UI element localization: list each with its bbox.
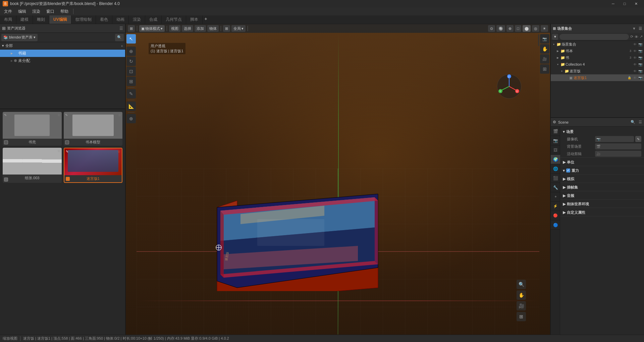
close-button[interactable]: ✕ <box>631 0 641 7</box>
tree-row-shu[interactable]: ▶ 📁 书 3 👁 📷 <box>551 54 644 61</box>
select-menu-btn[interactable]: 选择 <box>182 25 193 32</box>
search-filter-btn[interactable]: 🔍 <box>115 34 124 41</box>
library-item-unassigned[interactable]: ▶ 未分配 <box>0 57 125 64</box>
section-sim-header[interactable]: ▶ 模拟 <box>560 175 644 183</box>
snap-menu[interactable]: ⊞ <box>223 25 230 32</box>
menu-item-render[interactable]: 渲染 <box>30 8 43 15</box>
asset-checkbox-3[interactable] <box>4 178 8 182</box>
tab-modifier[interactable]: 🔧 <box>551 183 560 192</box>
section-units-header[interactable]: ▶ 单位 <box>560 158 644 166</box>
asset-item-shuben[interactable]: ☆ ✎ 书本模型 <box>64 112 123 146</box>
gravity-checkbox[interactable] <box>566 168 570 173</box>
asset-item-mgf[interactable]: ☆ ✎ 迷宫饭1 <box>64 148 123 183</box>
value-camera[interactable]: 📷 <box>595 136 634 142</box>
grid-view-btn[interactable]: ⊞ <box>540 64 549 74</box>
edit-camera-btn[interactable]: ✎ <box>635 136 641 142</box>
section-scene-header[interactable]: ▾ 场景 <box>560 128 644 135</box>
ws-tab-render[interactable]: 渲染 <box>129 15 145 24</box>
shading-render[interactable]: ☀ <box>541 25 548 32</box>
ws-tab-shading[interactable]: 着色 <box>96 15 112 24</box>
tab-particles[interactable]: ✦ <box>551 192 560 202</box>
tab-world[interactable]: 🌐 <box>551 164 560 174</box>
section-gravity-header[interactable]: ▾ 重力 <box>560 167 644 174</box>
ws-tab-modeling[interactable]: 建模 <box>16 15 33 24</box>
section-audio-header[interactable]: ▶ 音频 <box>560 192 644 199</box>
add-catalog-btn[interactable]: + <box>121 44 123 48</box>
tree-row-col4[interactable]: ▾ 📁 Collection 4 👁 📷 <box>551 61 644 68</box>
fly-nav-btn[interactable]: ✋ <box>517 290 526 300</box>
ws-tab-scripting[interactable]: 脚本 <box>186 15 203 24</box>
tab-constraints[interactable]: 🔴 <box>551 211 560 220</box>
tree-row-mgf[interactable]: ▾ 📁 迷宫饭 👁 📷 <box>551 68 644 74</box>
menu-item-help[interactable]: 帮助 <box>58 8 71 15</box>
transform-tool[interactable]: ⊞ <box>126 77 136 86</box>
vis-mgf[interactable]: 👁 <box>633 69 637 73</box>
view-menu-btn[interactable]: 视图 <box>169 25 180 32</box>
edit-icon-2[interactable]: ✎ <box>65 113 68 117</box>
all-libraries-btn[interactable]: 📚 blender资产库 ▾ <box>1 34 38 41</box>
render-shu[interactable]: 📷 <box>638 55 643 60</box>
shading-wire[interactable]: □ <box>515 25 521 32</box>
section-keying-header[interactable]: ▶ 插帧集 <box>560 184 644 191</box>
render-shuben[interactable]: 📷 <box>638 49 643 53</box>
outliner-filter-btn[interactable]: ▼ <box>552 34 558 40</box>
shading-solid[interactable]: ⬤ <box>523 25 531 32</box>
select-icon[interactable]: ↗ <box>640 35 643 39</box>
edit-icon-4[interactable]: ✎ <box>66 150 68 153</box>
tree-row-scene-collection[interactable]: ▾ 📁 场景集合 👁 📷 <box>551 41 644 48</box>
library-item-shujian[interactable]: ▶ 书籍 <box>0 50 125 57</box>
tree-row-mgf1[interactable]: ▶ ▣ 迷宫饭1 🔒 👁 📷 <box>551 74 644 81</box>
asset-item-paper[interactable]: ☆ 纸张.003 <box>3 148 62 183</box>
value-clip[interactable]: 🎥 <box>595 151 641 157</box>
outliner-search-input[interactable] <box>559 34 629 40</box>
annotate-tool[interactable]: ✎ <box>126 89 136 98</box>
tab-physics[interactable]: ⚡ <box>551 202 560 211</box>
minimize-button[interactable]: ─ <box>608 0 619 7</box>
vis-toggle[interactable]: 👁 <box>633 42 637 47</box>
render-mgf1[interactable]: 📷 <box>638 75 643 80</box>
editor-type-btn[interactable]: ⊞ <box>128 25 135 32</box>
value-bgscene[interactable]: 🎬 <box>595 143 641 149</box>
properties-search-icon[interactable]: 🔍 <box>631 120 635 124</box>
render-col4[interactable]: 📷 <box>638 62 643 67</box>
ws-tab-sculpt[interactable]: 雕刻 <box>33 15 49 24</box>
tree-row-shuben[interactable]: ▶ 📁 书本 3 👁 📷 <box>551 48 644 54</box>
vis-shuben[interactable]: 👁 <box>633 49 637 53</box>
add-cube-tool[interactable]: ⊕ <box>126 114 136 123</box>
ws-tab-layout[interactable]: 布局 <box>0 15 16 24</box>
render-toggle[interactable]: 📷 <box>638 42 643 47</box>
camera-nav-btn[interactable]: 📷 <box>540 34 549 44</box>
axis-orb[interactable]: Z X Y <box>496 73 523 100</box>
cursor-tool[interactable]: ↖ <box>126 34 136 44</box>
ws-tab-animation[interactable]: 动画 <box>112 15 129 24</box>
global-selector[interactable]: 全局▾ <box>231 25 246 32</box>
add-workspace-button[interactable]: + <box>203 15 209 22</box>
vis-shu[interactable]: 👁 <box>633 55 637 60</box>
proportional-edit-btn[interactable]: ⊙ <box>488 25 495 32</box>
ws-tab-geometry-nodes[interactable]: 几何节点 <box>162 15 186 24</box>
shading-mat[interactable]: ◎ <box>532 25 539 32</box>
menu-item-window[interactable]: 窗口 <box>44 8 57 15</box>
asset-checkbox[interactable] <box>4 140 8 144</box>
ws-tab-compositing[interactable]: 合成 <box>145 15 162 24</box>
measure-tool[interactable]: 📐 <box>126 101 136 111</box>
panel-menu-icon[interactable]: ☰ <box>119 26 123 31</box>
sync-icon[interactable]: ⟳ <box>630 35 633 39</box>
tab-viewlayer[interactable]: 🖼 <box>551 145 560 155</box>
overlay-btn[interactable]: ⊛ <box>506 25 514 32</box>
ws-tab-texture-paint[interactable]: 纹理绘制 <box>71 15 96 24</box>
maximize-button[interactable]: □ <box>619 0 630 7</box>
vis-col4[interactable]: 👁 <box>633 62 637 67</box>
edit-icon[interactable]: ✎ <box>4 113 7 117</box>
zoom-in-btn[interactable]: 🔍 <box>517 280 526 289</box>
tab-object[interactable]: ⬛ <box>551 174 560 183</box>
section-custom-header[interactable]: ▶ 自定义属性 <box>560 209 644 216</box>
asset-checkbox-4[interactable] <box>66 177 70 181</box>
rotate-tool[interactable]: ↻ <box>126 57 136 66</box>
hide-icon[interactable]: 👁 <box>635 35 638 39</box>
menu-item-file[interactable]: 文件 <box>1 8 15 15</box>
mode-selector[interactable]: ▣ 物体模式 ▾ <box>139 25 165 32</box>
vis-mgf1[interactable]: 👁 <box>633 75 637 80</box>
tab-output[interactable]: 📷 <box>551 136 560 145</box>
properties-menu-icon[interactable]: ☰ <box>639 120 642 124</box>
